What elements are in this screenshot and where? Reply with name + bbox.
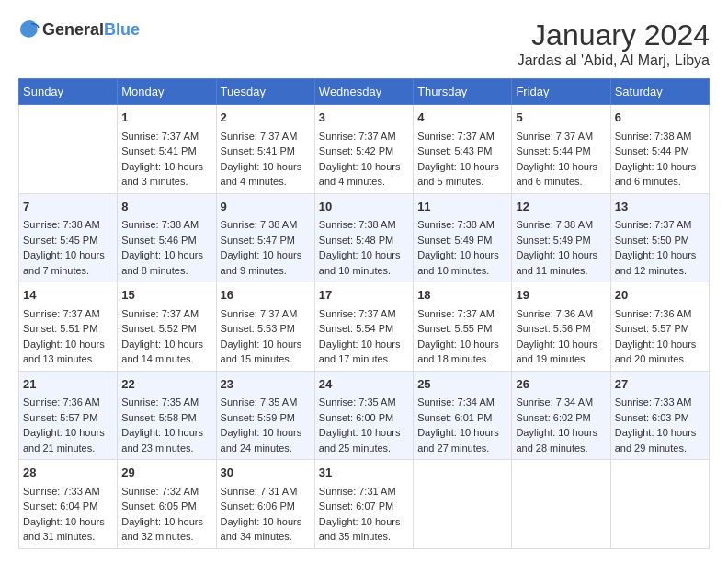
calendar-cell: 24Sunrise: 7:35 AMSunset: 6:00 PMDayligh… [314,371,413,460]
day-info: and 4 minutes. [221,174,311,190]
day-info: Sunset: 5:54 PM [319,321,409,337]
calendar-cell [512,460,610,549]
header-day-thursday: Thursday [414,79,512,105]
calendar-cell: 8Sunrise: 7:38 AMSunset: 5:46 PMDaylight… [118,193,216,282]
day-info: and 5 minutes. [417,174,507,190]
day-info: Daylight: 10 hours [615,247,705,263]
header-row: SundayMondayTuesdayWednesdayThursdayFrid… [19,79,710,105]
calendar-cell: 11Sunrise: 7:38 AMSunset: 5:49 PMDayligh… [414,193,512,282]
calendar-cell: 7Sunrise: 7:38 AMSunset: 5:45 PMDaylight… [19,193,118,282]
day-info: and 11 minutes. [516,263,606,279]
day-number: 11 [417,198,507,216]
calendar-cell: 21Sunrise: 7:36 AMSunset: 5:57 PMDayligh… [19,371,118,460]
title-block: January 2024 Jardas al 'Abid, Al Marj, L… [518,18,710,69]
day-info: Sunrise: 7:31 AM [319,484,409,500]
calendar-cell: 17Sunrise: 7:37 AMSunset: 5:54 PMDayligh… [314,282,413,372]
day-number: 25 [417,375,507,394]
header-day-friday: Friday [512,79,610,105]
day-info: and 32 minutes. [121,529,211,545]
day-info: Sunrise: 7:37 AM [221,129,311,144]
day-number: 15 [121,286,211,304]
day-info: and 13 minutes. [23,351,113,367]
week-row-2: 7Sunrise: 7:38 AMSunset: 5:45 PMDaylight… [19,193,710,282]
calendar-cell [19,105,118,194]
day-info: Daylight: 10 hours [221,159,311,175]
header-day-saturday: Saturday [610,79,709,105]
day-info: Sunrise: 7:38 AM [516,217,606,233]
day-info: Sunset: 5:57 PM [23,410,113,426]
day-number: 21 [23,375,113,394]
day-info: Sunrise: 7:31 AM [221,484,311,500]
day-info: and 9 minutes. [221,263,311,279]
header-day-sunday: Sunday [19,79,118,105]
day-info: Daylight: 10 hours [516,425,606,441]
day-info: Daylight: 10 hours [221,425,311,441]
calendar-cell: 13Sunrise: 7:37 AMSunset: 5:50 PMDayligh… [610,193,709,282]
calendar-cell: 28Sunrise: 7:33 AMSunset: 6:04 PMDayligh… [19,460,118,549]
day-info: Sunrise: 7:36 AM [615,306,705,322]
day-info: and 10 minutes. [417,263,507,279]
day-info: Daylight: 10 hours [615,337,705,352]
location-subtitle: Jardas al 'Abid, Al Marj, Libya [518,52,710,69]
day-info: Sunrise: 7:34 AM [516,395,606,410]
day-number: 3 [319,109,409,127]
day-info: Sunrise: 7:37 AM [417,306,507,322]
calendar-cell: 19Sunrise: 7:36 AMSunset: 5:56 PMDayligh… [512,282,610,372]
day-info: Sunset: 6:07 PM [319,499,409,514]
day-info: Sunrise: 7:35 AM [221,395,311,410]
calendar-cell: 2Sunrise: 7:37 AMSunset: 5:41 PMDaylight… [216,105,314,194]
day-info: Sunset: 5:51 PM [23,321,113,337]
calendar-body: 1Sunrise: 7:37 AMSunset: 5:41 PMDaylight… [19,105,710,549]
day-info: Sunrise: 7:38 AM [121,217,211,233]
day-number: 27 [615,375,705,394]
logo: GeneralBlue [18,18,140,40]
day-info: Sunrise: 7:38 AM [417,217,507,233]
day-info: Sunset: 5:42 PM [319,144,409,159]
day-info: Sunrise: 7:37 AM [121,129,211,144]
day-info: Sunset: 6:00 PM [319,410,409,426]
page-header: GeneralBlue January 2024 Jardas al 'Abid… [18,18,710,69]
day-info: Sunrise: 7:33 AM [23,484,113,500]
day-info: Sunrise: 7:36 AM [516,306,606,322]
day-number: 2 [221,109,311,127]
day-info: Sunrise: 7:37 AM [23,306,113,322]
calendar-cell: 22Sunrise: 7:35 AMSunset: 5:58 PMDayligh… [118,371,216,460]
day-info: Sunset: 6:06 PM [221,499,311,514]
day-number: 22 [121,375,211,394]
day-number: 16 [221,286,311,304]
calendar-cell: 5Sunrise: 7:37 AMSunset: 5:44 PMDaylight… [512,105,610,194]
day-info: Sunrise: 7:37 AM [221,306,311,322]
day-info: Sunset: 5:41 PM [121,144,211,159]
day-info: Daylight: 10 hours [417,337,507,352]
day-info: Daylight: 10 hours [23,337,113,352]
day-info: Sunrise: 7:37 AM [319,306,409,322]
calendar-cell: 30Sunrise: 7:31 AMSunset: 6:06 PMDayligh… [216,460,314,549]
day-info: Sunset: 5:53 PM [221,321,311,337]
day-info: Sunrise: 7:35 AM [319,395,409,410]
day-info: Sunset: 6:03 PM [615,410,705,426]
day-info: and 12 minutes. [615,263,705,279]
calendar-cell: 29Sunrise: 7:32 AMSunset: 6:05 PMDayligh… [118,460,216,549]
day-info: Sunset: 5:45 PM [23,233,113,248]
day-info: Sunset: 5:58 PM [121,410,211,426]
day-number: 5 [516,109,606,127]
day-info: Sunset: 5:56 PM [516,321,606,337]
week-row-3: 14Sunrise: 7:37 AMSunset: 5:51 PMDayligh… [19,282,710,372]
calendar-cell: 27Sunrise: 7:33 AMSunset: 6:03 PMDayligh… [610,371,709,460]
calendar-cell: 10Sunrise: 7:38 AMSunset: 5:48 PMDayligh… [314,193,413,282]
day-number: 17 [319,286,409,304]
day-number: 9 [221,198,311,216]
day-info: Sunrise: 7:37 AM [319,129,409,144]
calendar-cell: 1Sunrise: 7:37 AMSunset: 5:41 PMDaylight… [118,105,216,194]
day-number: 20 [615,286,705,304]
day-info: and 29 minutes. [615,441,705,456]
calendar-cell: 16Sunrise: 7:37 AMSunset: 5:53 PMDayligh… [216,282,314,372]
day-info: and 35 minutes. [319,529,409,545]
day-info: Daylight: 10 hours [319,337,409,352]
calendar-cell: 23Sunrise: 7:35 AMSunset: 5:59 PMDayligh… [216,371,314,460]
calendar-cell: 15Sunrise: 7:37 AMSunset: 5:52 PMDayligh… [118,282,216,372]
day-info: Daylight: 10 hours [221,337,311,352]
day-info: Sunset: 5:43 PM [417,144,507,159]
day-info: Sunset: 6:04 PM [23,499,113,514]
day-info: Sunrise: 7:37 AM [516,129,606,144]
